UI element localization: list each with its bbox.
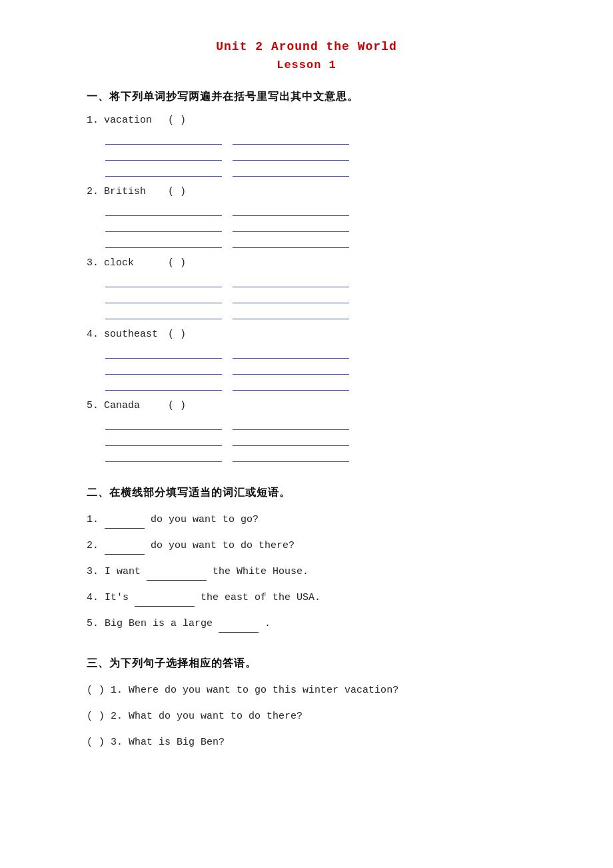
writing-lines-1 [105, 133, 526, 177]
write-line[interactable] [105, 379, 222, 391]
vocab-item-2: 2. British ( ) [87, 186, 526, 197]
vocab-paren-2: ( ) [168, 186, 186, 197]
vocab-item-3: 3. clock ( ) [87, 257, 526, 269]
vocab-paren-4: ( ) [168, 329, 186, 340]
write-line[interactable] [233, 149, 349, 161]
write-line[interactable] [105, 347, 222, 359]
write-line[interactable] [233, 291, 349, 303]
vocab-item-5: 5. Canada ( ) [87, 400, 526, 411]
match-num-2: 2. [111, 711, 123, 722]
write-line[interactable] [233, 204, 349, 216]
write-line[interactable] [105, 165, 222, 177]
fill-item-1: 1. do you want to go? [87, 511, 526, 529]
fill-num-4: 4. [87, 592, 99, 603]
write-line[interactable] [105, 363, 222, 375]
write-line[interactable] [233, 363, 349, 375]
vocab-word-3: clock [104, 257, 164, 269]
match-item-1: ( ) 1. Where do you want to go this wint… [87, 681, 526, 699]
section-3-header: 三、为下列句子选择相应的答语。 [87, 657, 526, 671]
write-line[interactable] [105, 220, 222, 232]
fill-before-3: I want [105, 566, 147, 577]
write-line[interactable] [105, 133, 222, 145]
fill-blank-5[interactable] [219, 622, 259, 633]
write-line[interactable] [233, 450, 349, 462]
write-line[interactable] [105, 204, 222, 216]
write-line[interactable] [233, 133, 349, 145]
writing-lines-5 [105, 418, 526, 462]
vocab-paren-3: ( ) [168, 257, 186, 269]
write-line[interactable] [105, 450, 222, 462]
write-line[interactable] [233, 236, 349, 248]
section-2-header: 二、在横线部分填写适当的词汇或短语。 [87, 486, 526, 500]
write-line[interactable] [233, 275, 349, 287]
fill-after-2: do you want to do there? [151, 540, 295, 551]
vocab-num-5: 5. [87, 400, 100, 411]
fill-num-3: 3. [87, 566, 99, 577]
write-line[interactable] [233, 220, 349, 232]
fill-item-4: 4. It's the east of the USA. [87, 589, 526, 607]
vocab-num-3: 3. [87, 257, 100, 269]
section-1: 一、将下列单词抄写两遍并在括号里写出其中文意思。 1. vacation ( )… [87, 90, 526, 462]
fill-blank-1[interactable] [105, 518, 145, 529]
vocab-word-5: Canada [104, 400, 164, 411]
match-num-3: 3. [111, 737, 123, 748]
match-num-1: 1. [111, 685, 123, 696]
vocab-item-4: 4. southeast ( ) [87, 329, 526, 340]
vocab-word-1: vacation [104, 115, 164, 126]
match-paren-3[interactable]: ( ) [87, 737, 105, 748]
fill-after-4: the east of the USA. [201, 592, 320, 603]
page-title: Unit 2 Around the World [87, 40, 526, 53]
fill-blank-3[interactable] [147, 570, 207, 581]
vocab-num-1: 1. [87, 115, 100, 126]
fill-after-5: . [265, 618, 271, 629]
writing-lines-3 [105, 275, 526, 319]
vocab-word-2: British [104, 186, 164, 197]
fill-item-3: 3. I want the White House. [87, 563, 526, 581]
write-line[interactable] [233, 434, 349, 446]
section-1-header: 一、将下列单词抄写两遍并在括号里写出其中文意思。 [87, 90, 526, 104]
fill-blank-4[interactable] [135, 596, 195, 607]
vocab-word-4: southeast [104, 329, 164, 340]
fill-after-1: do you want to go? [151, 514, 259, 525]
write-line[interactable] [105, 236, 222, 248]
fill-blank-2[interactable] [105, 544, 145, 555]
write-line[interactable] [233, 418, 349, 430]
write-line[interactable] [233, 307, 349, 319]
match-text-2: What do you want to do there? [129, 711, 303, 722]
fill-item-2: 2. do you want to do there? [87, 537, 526, 555]
match-text-3: What is Big Ben? [129, 737, 225, 748]
vocab-item-1: 1. vacation ( ) [87, 115, 526, 126]
section-3: 三、为下列句子选择相应的答语。 ( ) 1. Where do you want… [87, 657, 526, 751]
write-line[interactable] [105, 149, 222, 161]
vocab-num-2: 2. [87, 186, 100, 197]
fill-num-5: 5. [87, 618, 99, 629]
vocab-paren-1: ( ) [168, 115, 186, 126]
match-text-1: Where do you want to go this winter vaca… [129, 685, 398, 696]
write-line[interactable] [105, 434, 222, 446]
write-line[interactable] [105, 307, 222, 319]
section-2: 二、在横线部分填写适当的词汇或短语。 1. do you want to go?… [87, 486, 526, 633]
fill-num-2: 2. [87, 540, 99, 551]
match-paren-2[interactable]: ( ) [87, 711, 105, 722]
write-line[interactable] [105, 418, 222, 430]
lesson-title: Lesson 1 [87, 59, 526, 71]
fill-after-3: the White House. [213, 566, 308, 577]
write-line[interactable] [105, 275, 222, 287]
fill-before-4: It's [105, 592, 135, 603]
write-line[interactable] [233, 379, 349, 391]
vocab-paren-5: ( ) [168, 400, 186, 411]
fill-before-5: Big Ben is a large [105, 618, 219, 629]
writing-lines-2 [105, 204, 526, 248]
match-item-3: ( ) 3. What is Big Ben? [87, 733, 526, 751]
write-line[interactable] [233, 347, 349, 359]
writing-lines-4 [105, 347, 526, 391]
write-line[interactable] [233, 165, 349, 177]
vocab-num-4: 4. [87, 329, 100, 340]
fill-item-5: 5. Big Ben is a large . [87, 615, 526, 633]
write-line[interactable] [105, 291, 222, 303]
match-item-2: ( ) 2. What do you want to do there? [87, 707, 526, 725]
match-paren-1[interactable]: ( ) [87, 685, 105, 696]
fill-num-1: 1. [87, 514, 99, 525]
